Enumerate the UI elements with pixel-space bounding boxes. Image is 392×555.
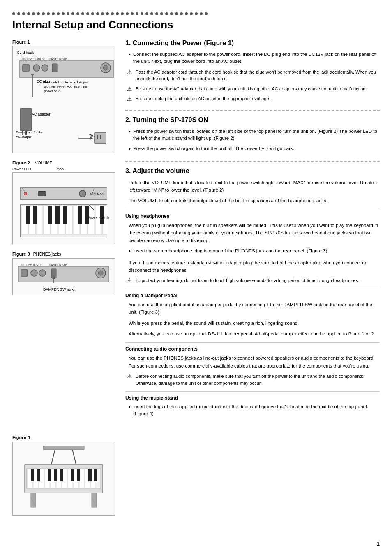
sub-musicstand-bullet1: • Insert the legs of the supplied music … <box>125 403 380 418</box>
dot-decoration <box>12 12 380 15</box>
section2-bullet2: • Press the power switch again to turn t… <box>125 145 380 153</box>
sub-audio-body1: You can use the PHONES jacks as line-out… <box>125 354 380 370</box>
svg-rect-40 <box>63 206 67 224</box>
svg-point-3 <box>42 65 48 71</box>
right-column: 1. Connecting the Power (Figure 1) • Con… <box>121 39 380 523</box>
fig2-arrows <box>16 186 111 203</box>
sub-damper-body1: You can use the supplied pedal as a damp… <box>125 301 380 316</box>
sub-headphones-body2: If your headphones feature a standard-to… <box>125 259 380 274</box>
subsection-musicstand-title: Using the music stand <box>125 391 380 401</box>
fig1-cord-hook-label: Cord hook <box>17 51 34 55</box>
left-column: Figure 1 Cord hook DC 12V <box>12 39 121 523</box>
fig2-switch-arrow <box>74 203 107 215</box>
subsection-headphones-title: Using headphones <box>125 210 380 219</box>
sub-headphones-bullet1: • Insert the stereo headphone plug into … <box>125 247 380 256</box>
fig2-knob-label: knob <box>56 167 64 171</box>
divider-2 <box>125 161 380 162</box>
svg-rect-82 <box>88 469 92 481</box>
svg-line-20 <box>22 188 28 194</box>
svg-rect-77 <box>48 469 51 481</box>
section2-bullet2-text: Press the power switch again to turn the… <box>133 145 294 152</box>
svg-marker-11 <box>31 74 34 75</box>
figure3-label: Figure 3 <box>12 252 30 257</box>
bullet-dot-1: • <box>129 51 131 59</box>
section1-warning2-text: Be sure to use the AC adapter that came … <box>136 86 367 92</box>
content-area: Figure 1 Cord hook DC 12V <box>12 39 380 523</box>
section2-bullet1-text: Press the power switch that's located on… <box>133 128 380 142</box>
svg-line-59 <box>72 448 76 464</box>
warning-icon-a1: ⚠ <box>127 373 132 379</box>
svg-point-48 <box>31 270 37 276</box>
section1-bullet1: • Connect the supplied AC adapter to the… <box>125 51 380 65</box>
section1-warning3: ⚠ Be sure to plug the unit into an AC ou… <box>125 95 380 102</box>
svg-line-45 <box>89 205 95 211</box>
fig3-damper-label: DAMPER SW jack <box>43 287 74 291</box>
section1-warning1-text: Pass the AC adapter cord through the cor… <box>136 69 380 82</box>
warning-icon-h1: ⚠ <box>127 277 132 284</box>
subsection-audio-title: Connecting audio components <box>125 342 380 352</box>
svg-rect-37 <box>33 206 37 224</box>
sub-headphones-bullet1-text: Insert the stereo headphone plug into on… <box>133 247 327 254</box>
section3-body1: Rotate the VOLUME knob that's located ne… <box>125 179 380 194</box>
fig3-panel-svg: DC 12V PHONES DAMPER SW <box>18 264 113 284</box>
svg-text:DC 12V: DC 12V <box>22 58 32 60</box>
svg-text:DAMPER SW: DAMPER SW <box>49 264 67 266</box>
figure2-label: Figure 2 <box>12 160 30 165</box>
fig3-phones-label: PHONES jacks <box>33 252 61 257</box>
section1-bullet1-text: Connect the supplied AC adapter to the p… <box>133 51 380 65</box>
section1-title: 1. Connecting the Power (Figure 1) <box>125 39 380 47</box>
svg-marker-19 <box>90 136 93 140</box>
svg-rect-75 <box>31 469 34 481</box>
sub-damper-body2: While you press the pedal, the sound wil… <box>125 319 380 327</box>
svg-rect-38 <box>48 206 52 224</box>
section1-warning3-text: Be sure to plug the unit into an AC outl… <box>136 95 270 102</box>
figure4-box <box>12 442 115 516</box>
svg-rect-84 <box>31 493 36 507</box>
svg-text:DAMPER SW: DAMPER SW <box>49 58 67 60</box>
fig2-powerled-label: Power LED <box>12 167 31 171</box>
sub-headphones-warning1: ⚠ To protect your hearing, do not listen… <box>125 277 380 284</box>
fig2-switch-label: Power switch <box>88 216 109 220</box>
page-number: 1 <box>377 541 380 547</box>
figure3-label-row: Figure 3 PHONES jacks <box>12 252 115 257</box>
page-title: Internal Setup and Connections <box>12 18 380 31</box>
svg-rect-81 <box>77 469 80 481</box>
subsection-damper-title: Using a Damper Pedal <box>125 289 380 298</box>
svg-text:PHONES: PHONES <box>30 264 42 266</box>
figure1-box: Cord hook DC 12V PHONES DAMPER SW <box>12 46 115 153</box>
fig1-arrow-svg <box>20 74 45 99</box>
fig1-outlet-svg <box>94 132 108 146</box>
figure3-box: DC 12V PHONES DAMPER SW DAMPER SW jack <box>12 258 115 295</box>
sub-audio-warning1: ⚠ Before connecting audio components, ma… <box>125 373 380 386</box>
section1-warning1: ⚠ Pass the AC adapter cord through the c… <box>125 69 380 82</box>
svg-point-9 <box>103 65 108 70</box>
sub-damper-body3: Alternatively, you can use an optional D… <box>125 330 380 338</box>
warning-icon-2: ⚠ <box>127 86 132 92</box>
section3-title: 3. Adjust the volume <box>125 167 380 175</box>
warning-icon-1: ⚠ <box>127 69 132 75</box>
bullet-dot-s2-2: • <box>129 145 131 153</box>
section1-warning2: ⚠ Be sure to use the AC adapter that cam… <box>125 86 380 92</box>
svg-rect-80 <box>71 469 74 481</box>
section2-title: 2. Turning the SP-170S ON <box>125 116 380 124</box>
fig1-ac-label: AC adapter <box>32 112 51 116</box>
bullet-dot-ms1: • <box>129 403 131 412</box>
fig2-volume-label: VOLUME <box>35 161 52 165</box>
section2-bullet1: • Press the power switch that's located … <box>125 128 380 142</box>
svg-point-2 <box>33 65 40 71</box>
sub-headphones-body1: When you plug in headphones, the built-i… <box>125 222 380 244</box>
fig1-note: Be careful not to bend this part too muc… <box>44 81 91 93</box>
svg-rect-76 <box>37 469 40 481</box>
svg-rect-78 <box>54 469 57 481</box>
fig4-svg <box>18 446 109 511</box>
svg-rect-39 <box>55 206 60 224</box>
svg-rect-47 <box>21 270 28 276</box>
sub-audio-warning1-text: Before connecting audio components, make… <box>136 373 380 386</box>
sub-musicstand-bullet1-text: Insert the legs of the supplied music st… <box>133 403 380 418</box>
svg-rect-60 <box>43 446 84 450</box>
svg-point-55 <box>98 271 103 275</box>
svg-text:PHONES: PHONES <box>32 58 44 60</box>
svg-rect-85 <box>92 493 97 507</box>
figure2-label-row: Figure 2 VOLUME <box>12 160 115 165</box>
svg-rect-4 <box>52 64 57 72</box>
